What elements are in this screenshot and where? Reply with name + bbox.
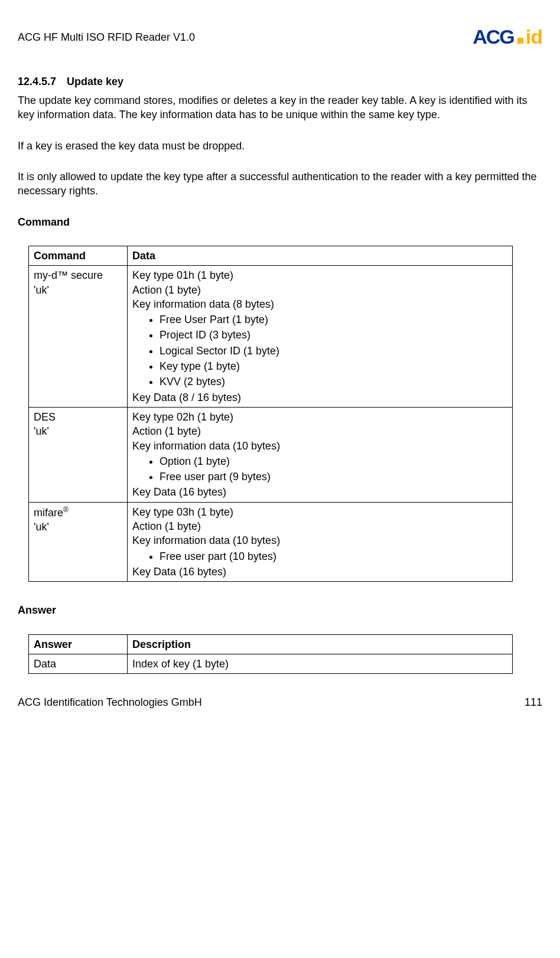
col-header-command: Command (29, 246, 128, 265)
command-subhead: Command (18, 215, 542, 229)
table-header-row: Command Data (29, 246, 513, 265)
paragraph-1: The update key command stores, modifies … (18, 93, 542, 122)
col-header-data: Data (128, 246, 513, 265)
data-line: Action (1 byte) (132, 519, 507, 533)
answer-subhead: Answer (18, 603, 542, 617)
list-item: Logical Sector ID (1 byte) (159, 344, 507, 358)
list-item: Free user part (9 bytes) (159, 470, 507, 484)
list-item: Project ID (3 bytes) (159, 328, 507, 342)
data-line: Key Data (16 bytes) (132, 485, 507, 499)
cmd-code: 'uk' (34, 424, 122, 438)
logo: ACG id (473, 24, 542, 51)
table-row: mifare® 'uk' Key type 03h (1 byte) Actio… (29, 502, 513, 581)
footer-page-number: 111 (525, 695, 542, 709)
col-header-answer: Answer (29, 634, 128, 654)
table-header-row: Answer Description (29, 634, 513, 654)
cmd-code: 'uk' (34, 520, 122, 534)
data-line: Key information data (8 bytes) (132, 297, 507, 311)
list-item: Free User Part (1 byte) (159, 312, 507, 327)
list-item: KVV (2 bytes) (159, 374, 507, 389)
paragraph-3: It is only allowed to update the key typ… (18, 170, 542, 198)
cell-description: Index of key (1 byte) (128, 654, 513, 673)
doc-title: ACG HF Multi ISO RFID Reader V1.0 (18, 30, 195, 44)
cell-data: Key type 02h (1 byte) Action (1 byte) Ke… (128, 407, 513, 502)
data-line: Action (1 byte) (132, 424, 507, 438)
logo-sub-text: id (526, 25, 542, 48)
section-title: Update key (67, 76, 123, 87)
cmd-code: 'uk' (34, 283, 122, 297)
list-item: Key type (1 byte) (159, 359, 507, 373)
data-line: Key type 01h (1 byte) (132, 268, 507, 282)
cell-answer: Data (29, 654, 128, 673)
logo-main-text: ACG (473, 24, 514, 51)
table-row: DES 'uk' Key type 02h (1 byte) Action (1… (29, 407, 513, 502)
cell-command: mifare® 'uk' (29, 502, 128, 581)
footer-left: ACG Identification Technologies GmbH (18, 695, 202, 709)
cmd-name-text: mifare (34, 507, 63, 519)
registered-mark: ® (63, 506, 69, 514)
cell-command: DES 'uk' (29, 407, 128, 502)
cmd-name: my-d™ secure (34, 268, 122, 282)
data-line: Key information data (10 bytes) (132, 439, 507, 453)
col-header-description: Description (128, 634, 513, 654)
data-line: Key type 02h (1 byte) (132, 410, 507, 424)
data-line: Key type 03h (1 byte) (132, 505, 507, 519)
data-line: Key Data (8 / 16 bytes) (132, 390, 507, 405)
command-table: Command Data my-d™ secure 'uk' Key type … (28, 246, 513, 582)
logo-square-icon (517, 38, 523, 44)
data-line: Action (1 byte) (132, 283, 507, 297)
bullet-list: Option (1 byte) Free user part (9 bytes) (132, 454, 507, 484)
page-header: ACG HF Multi ISO RFID Reader V1.0 ACG id (18, 24, 542, 51)
logo-id-group: id (517, 24, 542, 51)
data-line: Key Data (16 bytes) (132, 565, 507, 579)
answer-table: Answer Description Data Index of key (1 … (28, 634, 513, 674)
page-footer: ACG Identification Technologies GmbH 111 (18, 695, 542, 709)
section-heading: 12.4.5.7Update key (18, 74, 542, 89)
bullet-list: Free User Part (1 byte) Project ID (3 by… (132, 312, 507, 389)
cell-data: Key type 03h (1 byte) Action (1 byte) Ke… (128, 502, 513, 581)
list-item: Free user part (10 bytes) (159, 549, 507, 563)
table-row: my-d™ secure 'uk' Key type 01h (1 byte) … (29, 266, 513, 408)
cell-data: Key type 01h (1 byte) Action (1 byte) Ke… (128, 266, 513, 408)
bullet-list: Free user part (10 bytes) (132, 549, 507, 563)
cmd-name: DES (34, 410, 122, 424)
list-item: Option (1 byte) (159, 454, 507, 468)
section-number: 12.4.5.7 (18, 74, 56, 89)
paragraph-2: If a key is erased the key data must be … (18, 139, 542, 153)
data-line: Key information data (10 bytes) (132, 533, 507, 548)
cmd-name: mifare® (34, 505, 122, 520)
table-row: Data Index of key (1 byte) (29, 654, 513, 673)
cell-command: my-d™ secure 'uk' (29, 266, 128, 408)
